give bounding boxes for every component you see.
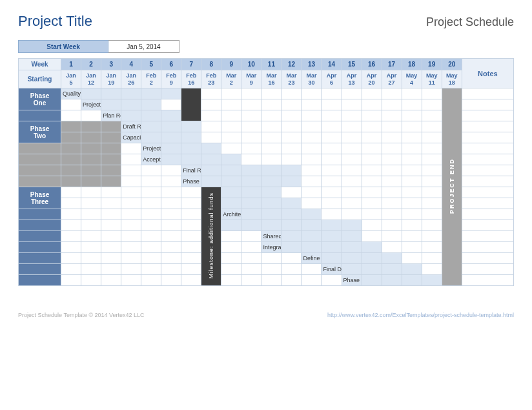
phase-shade-cell (101, 143, 121, 154)
header-week-num: 8 (201, 59, 221, 70)
notes-cell[interactable] (462, 99, 513, 110)
phase-shade-cell (61, 143, 81, 154)
empty-cell (362, 231, 382, 242)
header-week-date: Mar23 (281, 70, 302, 88)
footer-link[interactable]: http://www.vertex42.com/ExcelTemplates/p… (327, 312, 514, 318)
task-bar-cell (362, 242, 382, 253)
task-bar-cell (302, 209, 322, 220)
task-bar-cell (161, 110, 181, 121)
empty-cell (362, 99, 382, 110)
empty-cell (81, 242, 101, 253)
empty-cell (422, 176, 442, 187)
empty-cell (402, 209, 422, 220)
task-bar-cell (362, 275, 382, 286)
notes-cell[interactable] (462, 143, 513, 154)
task-bar-cell (81, 88, 101, 99)
header-notes: Notes (462, 59, 513, 88)
empty-cell (281, 187, 302, 198)
notes-cell[interactable] (462, 242, 513, 253)
notes-cell[interactable] (462, 132, 513, 143)
milestone-marker: Milestone: additional funds (201, 187, 221, 286)
empty-cell (342, 143, 362, 154)
empty-cell (61, 253, 81, 264)
empty-cell (261, 88, 281, 99)
phase-shade-cell (101, 165, 121, 176)
empty-cell (322, 275, 342, 286)
notes-cell[interactable] (462, 176, 513, 187)
task-bar-cell (322, 242, 342, 253)
empty-cell (61, 209, 81, 220)
task-bar-cell (201, 165, 221, 176)
phase-three-spacer (19, 231, 61, 242)
notes-cell[interactable] (462, 253, 513, 264)
footer: Project Schedule Template © 2014 Vertex4… (0, 312, 532, 318)
empty-cell (161, 187, 181, 198)
phase-shade-cell (81, 132, 101, 143)
empty-cell (302, 88, 322, 99)
task-bar-cell (281, 231, 302, 242)
task-bar-cell (161, 121, 181, 132)
notes-cell[interactable] (462, 198, 513, 209)
empty-cell (61, 264, 81, 275)
empty-cell (302, 154, 322, 165)
task-bar-cell (221, 220, 241, 231)
task-bar-cell (402, 275, 422, 286)
task-bar-cell (241, 165, 261, 176)
empty-cell (382, 132, 402, 143)
empty-cell (121, 165, 141, 176)
notes-cell[interactable] (462, 110, 513, 121)
header-week-date: May18 (442, 70, 462, 88)
empty-cell (101, 275, 121, 286)
notes-cell[interactable] (462, 187, 513, 198)
notes-cell[interactable] (462, 209, 513, 220)
empty-cell (402, 187, 422, 198)
empty-cell (121, 253, 141, 264)
task-bar-cell: Phase Review and Approval (342, 275, 362, 286)
notes-cell[interactable] (462, 220, 513, 231)
notes-cell[interactable] (462, 88, 513, 99)
header-week-date: Feb9 (161, 70, 181, 88)
empty-cell (161, 99, 181, 110)
empty-cell (141, 220, 161, 231)
notes-cell[interactable] (462, 231, 513, 242)
task-bar-cell (281, 198, 302, 209)
task-bar-cell (161, 88, 181, 99)
task-bar-cell: Integration Test Plan (261, 242, 281, 253)
empty-cell (281, 110, 302, 121)
empty-cell (81, 253, 101, 264)
task-bar-cell (121, 110, 141, 121)
gantt-table: Week1234567891011121314151617181920Notes… (18, 58, 514, 286)
task-bar-cell (322, 220, 342, 231)
empty-cell (261, 154, 281, 165)
empty-cell (302, 275, 322, 286)
task-bar-cell (261, 176, 281, 187)
start-week-value[interactable]: Jan 5, 2014 (108, 40, 179, 53)
empty-cell (81, 187, 101, 198)
notes-cell[interactable] (462, 165, 513, 176)
empty-cell (402, 88, 422, 99)
task-bar-cell: Capacity Planning (121, 132, 141, 143)
empty-cell (422, 209, 442, 220)
task-bar-cell (241, 220, 261, 231)
task-bar-cell (302, 231, 322, 242)
empty-cell (181, 264, 201, 275)
task-label: Quality Assurance Plan (63, 88, 81, 99)
empty-cell (342, 176, 362, 187)
empty-cell (281, 253, 302, 264)
phase-two-spacer (19, 154, 61, 165)
task-bar-cell (141, 99, 161, 110)
notes-cell[interactable] (462, 121, 513, 132)
empty-cell (81, 198, 101, 209)
task-bar-cell: Project Plan (81, 99, 101, 110)
notes-cell[interactable] (462, 275, 513, 286)
notes-cell[interactable] (462, 154, 513, 165)
empty-cell (121, 209, 141, 220)
task-bar-cell: Acceptance Test Plan (141, 154, 161, 165)
notes-cell[interactable] (462, 264, 513, 275)
empty-cell (221, 253, 241, 264)
phase-shade-cell (61, 154, 81, 165)
empty-cell (302, 165, 322, 176)
empty-cell (161, 242, 181, 253)
phase-shade-cell (101, 132, 121, 143)
empty-cell (121, 187, 141, 198)
